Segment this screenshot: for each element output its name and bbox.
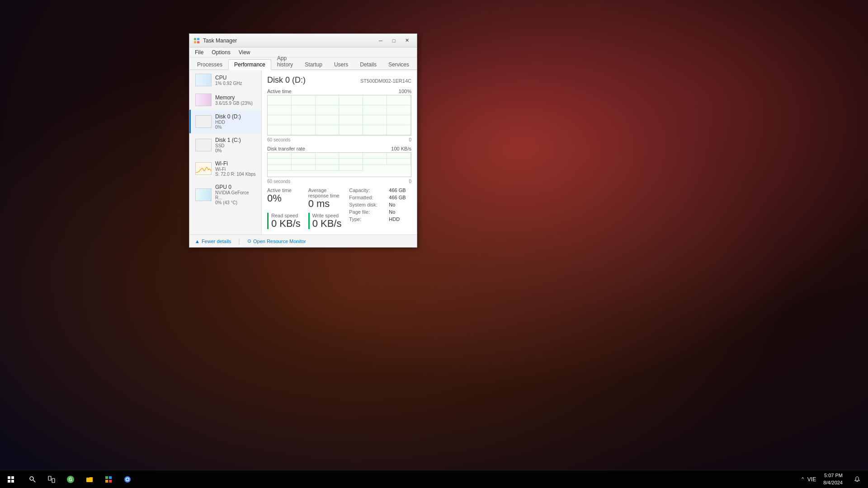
taskmanager-icon [193,37,200,44]
stats-area: Active time 0% Average response time 0 m… [267,188,411,229]
chart2-bottom-right: 0 [409,179,411,184]
system-clock: 5:07 PM 8/4/2024 [820,472,846,486]
memory-mini-graph [195,94,212,106]
transfer-rate-label-row: Disk transfer rate 100 KB/s [267,146,411,151]
search-taskbar-button[interactable] [24,470,42,488]
tab-processes[interactable]: Processes [191,59,228,70]
svg-rect-6 [8,480,10,483]
sidebar-item-wifi[interactable]: Wi-Fi Wi-Fi S: 72.0 R: 104 Kbps [189,157,261,180]
sidebar-item-disk0[interactable]: Disk 0 (D:) HDD 0% [189,110,261,133]
formatted-row: Formatted: 466 GB [349,195,411,200]
tab-users[interactable]: Users [328,59,354,70]
transfer-rate-label: Disk transfer rate [267,146,305,151]
svg-rect-4 [8,476,10,479]
disk1-mini-graph [195,139,212,151]
window-controls: ─ □ ✕ [374,36,413,45]
disk-title: Disk 0 (D:) [267,75,306,85]
sidebar-item-cpu[interactable]: CPU 1% 0.92 GHz [189,70,261,90]
active-time-chart [267,95,411,136]
gpu-mini-graph [195,188,212,201]
svg-line-9 [33,480,36,482]
write-speed-stat: Write speed 0 KB/s [308,213,342,229]
open-resource-monitor-link[interactable]: ⊙ Open Resource Monitor [247,238,306,244]
tab-bar: Processes Performance App history Startu… [189,57,417,70]
store-button[interactable] [99,470,118,488]
titlebar: Task Manager ─ □ ✕ [189,34,417,47]
active-time-label-row: Active time 100% [267,89,411,94]
memory-label: Memory 3.6/15.9 GB (23%) [215,94,257,106]
transfer-rate-max: 100 KB/s [391,146,411,151]
start-button[interactable] [0,470,22,488]
svg-rect-7 [11,480,14,483]
transfer-rate-chart [267,152,411,177]
chart2-bottom-left: 60 seconds [267,179,290,184]
separator: | [238,238,240,245]
wifi-label: Wi-Fi Wi-Fi S: 72.0 R: 104 Kbps [215,160,257,177]
gamemanager-button[interactable]: G [61,470,80,488]
content-area: CPU 1% 0.92 GHz Memory 3.6/15.9 GB (23%) [189,70,417,235]
sidebar: CPU 1% 0.92 GHz Memory 3.6/15.9 GB (23%) [189,70,262,235]
clock-time: 5:07 PM [823,472,843,479]
task-view-button[interactable] [42,470,61,488]
tab-services[interactable]: Services [382,59,415,70]
taskbar-icons: G [24,470,137,488]
svg-rect-15 [105,476,108,479]
chart1-bottom: 60 seconds 0 [267,137,411,142]
options-menu[interactable]: Options [208,48,234,56]
file-menu[interactable]: File [191,48,207,56]
svg-rect-11 [52,479,55,483]
active-time-max: 100% [399,89,411,94]
tab-startup[interactable]: Startup [299,59,328,70]
desktop-background [0,0,868,488]
gpu-label: GPU 0 NVIDIA GeForce R... 0% (43 °C) [215,184,257,205]
chart1-bottom-right: 0 [409,137,411,142]
disk0-mini-graph [195,115,212,128]
svg-text:G: G [69,477,72,482]
svg-rect-22 [857,481,858,482]
svg-point-8 [30,477,33,480]
bottom-bar: ▲ Fewer details | ⊙ Open Resource Monito… [189,235,417,247]
active-time-label: Active time [267,89,292,94]
chart2-bottom: 60 seconds 0 [267,179,411,184]
sidebar-item-memory[interactable]: Memory 3.6/15.9 GB (23%) [189,90,261,110]
svg-rect-17 [105,480,108,483]
svg-rect-0 [194,38,196,40]
file-explorer-button[interactable] [80,470,99,488]
avg-response-stat: Average response time 0 ms [308,188,342,209]
chrome-button[interactable] [118,470,137,488]
fewer-details-link[interactable]: ▲ Fewer details [195,239,231,244]
svg-rect-5 [11,476,14,479]
svg-rect-16 [109,476,112,479]
page-file-row: Page file: No [349,209,411,215]
disk-header: Disk 0 (D:) ST500DM002-1ER14C [267,75,411,85]
disk-model: ST500DM002-1ER14C [360,78,411,84]
tab-app-history[interactable]: App history [271,53,299,70]
minimize-button[interactable]: ─ [374,36,387,45]
tab-performance[interactable]: Performance [228,59,271,70]
taskbar-right: ^ VIE 5:07 PM 8/4/2024 [802,470,868,488]
svg-rect-3 [197,41,199,43]
tab-details[interactable]: Details [354,59,382,70]
active-time-stat: Active time 0% [267,188,301,209]
left-stats: Active time 0% Average response time 0 m… [267,188,342,229]
sidebar-item-gpu[interactable]: GPU 0 NVIDIA GeForce R... 0% (43 °C) [189,180,261,209]
stats-grid: Active time 0% Average response time 0 m… [267,188,342,229]
resource-monitor-icon: ⊙ [247,238,251,244]
sidebar-item-disk1[interactable]: Disk 1 (C:) SSD 0% [189,133,261,157]
window-title: Task Manager [203,38,374,44]
notification-button[interactable] [850,470,864,488]
disk0-label: Disk 0 (D:) HDD 0% [215,113,257,130]
svg-rect-2 [194,41,196,43]
cpu-mini-graph [195,74,212,86]
chevron-up-icon: ▲ [195,239,200,244]
chart2-grid [268,153,411,177]
chart1-bottom-left: 60 seconds [267,137,290,142]
view-menu[interactable]: View [235,48,254,56]
task-manager-window: Task Manager ─ □ ✕ File Options View Pro… [189,33,417,248]
read-speed-stat: Read speed 0 KB/s [267,213,301,229]
close-button[interactable]: ✕ [401,36,413,45]
svg-rect-10 [48,476,51,480]
chart-grid [268,95,411,135]
tray-chevron[interactable]: ^ [802,477,804,482]
maximize-button[interactable]: □ [387,36,400,45]
